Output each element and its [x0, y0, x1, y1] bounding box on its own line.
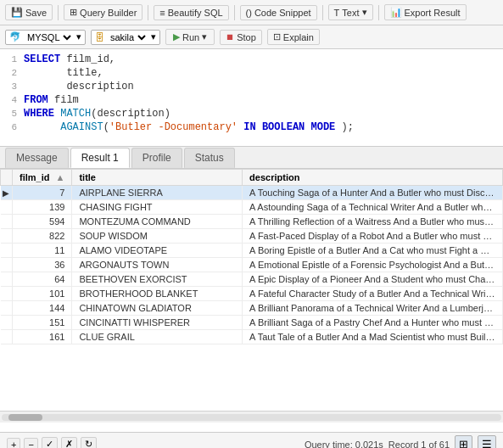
tab-profile[interactable]: Profile: [131, 148, 182, 168]
database-selector[interactable]: 🐬 MYSQL ▾: [5, 30, 86, 45]
description-cell: A Brilliant Panorama of a Technical Writ…: [243, 301, 503, 316]
code-snippet-icon: (): [246, 8, 252, 18]
row-indicator: [1, 200, 13, 215]
title-cell: ALAMO VIDEOTAPE: [72, 244, 243, 258]
text-icon: T: [334, 8, 340, 18]
save-button[interactable]: 💾 Save: [5, 4, 53, 20]
film-id-cell: 7: [13, 186, 72, 200]
sql-line-1: 1 SELECT film_id,: [0, 53, 503, 66]
table-row[interactable]: 822SOUP WISDOMA Fast-Paced Display of a …: [1, 229, 503, 244]
tab-status[interactable]: Status: [184, 148, 235, 168]
description-cell: A Fast-Paced Display of a Robot And a Bu…: [243, 229, 503, 244]
tab-message[interactable]: Message: [5, 148, 69, 168]
explain-button[interactable]: ⊡ Explain: [267, 29, 320, 45]
scroll-thumb[interactable]: [8, 414, 42, 421]
film-id-cell: 101: [13, 287, 72, 301]
table-row[interactable]: 139CHASING FIGHTA Astounding Saga of a T…: [1, 200, 503, 215]
table-row[interactable]: 594MONTEZUMA COMMANDA Thrilling Reflecti…: [1, 215, 503, 229]
table-row[interactable]: 11ALAMO VIDEOTAPEA Boring Epistle of a B…: [1, 244, 503, 258]
row-indicator: [1, 244, 13, 258]
db-toolbar: 🐬 MYSQL ▾ 🗄 sakila ▾ ▶ Run ▾ ⏹ Stop ⊡ Ex…: [0, 25, 503, 49]
beautify-button[interactable]: ≡ Beautify SQL: [154, 5, 228, 20]
table-row[interactable]: 64BEETHOVEN EXORCISTA Epic Display of a …: [1, 272, 503, 287]
divider-5: [378, 5, 379, 20]
table-row[interactable]: 144CHINATOWN GLADIATORA Brilliant Panora…: [1, 301, 503, 316]
export-button[interactable]: 📊 Export Result: [384, 4, 467, 20]
film-id-cell: 144: [13, 301, 72, 316]
database-select-input[interactable]: MYSQL: [24, 31, 74, 43]
confirm-button[interactable]: ✓: [42, 437, 58, 448]
bottom-toolbar: + − ✓ ✗ ↻ Query time: 0.021s Record 1 of…: [0, 432, 503, 448]
table-row[interactable]: 101BROTHERHOOD BLANKETA Fateful Characte…: [1, 287, 503, 301]
table-body: ▶7AIRPLANE SIERRAA Touching Saga of a Hu…: [1, 186, 503, 344]
bottom-right-info: Query time: 0.021s Record 1 of 61 ⊞ ☰: [305, 435, 496, 448]
sql-line-3: 3 description: [0, 80, 503, 93]
description-cell: A Touching Saga of a Hunter And a Butler…: [243, 186, 503, 200]
cancel-edit-button[interactable]: ✗: [61, 437, 77, 448]
title-header[interactable]: title: [72, 170, 243, 186]
form-view-button[interactable]: ☰: [478, 435, 496, 448]
remove-row-button[interactable]: −: [24, 438, 37, 449]
results-area: film_id ▲ title description ▶7AIRPLANE S…: [0, 169, 503, 432]
text-button[interactable]: T Text ▾: [328, 4, 373, 20]
title-cell: BROTHERHOOD BLANKET: [72, 287, 243, 301]
table-row[interactable]: ▶7AIRPLANE SIERRAA Touching Saga of a Hu…: [1, 186, 503, 200]
title-cell: ARGONAUTS TOWN: [72, 258, 243, 272]
tab-result1[interactable]: Result 1: [70, 148, 130, 168]
description-cell: A Boring Epistle of a Butler And a Cat w…: [243, 244, 503, 258]
title-cell: CLUE GRAIL: [72, 330, 243, 344]
description-cell: A Thrilling Reflection of a Waitress And…: [243, 215, 503, 229]
description-cell: A Emotional Epistle of a Forensic Psycho…: [243, 258, 503, 272]
film-id-cell: 11: [13, 244, 72, 258]
query-builder-button[interactable]: ⊞ Query Builder: [64, 4, 143, 20]
main-toolbar: 💾 Save ⊞ Query Builder ≡ Beautify SQL ()…: [0, 0, 503, 25]
code-snippet-button[interactable]: () Code Snippet: [240, 5, 317, 20]
row-indicator: [1, 258, 13, 272]
description-cell: A Fateful Character Study of a Butler An…: [243, 287, 503, 301]
description-header[interactable]: description: [243, 170, 503, 186]
add-row-button[interactable]: +: [7, 438, 20, 449]
sort-arrow-film-id: ▲: [56, 172, 65, 182]
sql-editor[interactable]: 1 SELECT film_id, 2 title, 3 description…: [0, 49, 503, 147]
description-cell: A Astounding Saga of a Technical Writer …: [243, 200, 503, 215]
description-cell: A Epic Display of a Pioneer And a Studen…: [243, 272, 503, 287]
row-indicator: [1, 215, 13, 229]
film-id-cell: 64: [13, 272, 72, 287]
schema-icon: 🗄: [95, 32, 104, 42]
results-table-wrap[interactable]: film_id ▲ title description ▶7AIRPLANE S…: [0, 169, 503, 411]
schema-selector[interactable]: 🗄 sakila ▾: [91, 30, 160, 45]
title-cell: CHASING FIGHT: [72, 200, 243, 215]
run-dropdown-arrow: ▾: [202, 31, 207, 42]
table-row[interactable]: 161CLUE GRAILA Taut Tale of a Butler And…: [1, 330, 503, 344]
divider-2: [148, 5, 148, 20]
grid-view-button[interactable]: ⊞: [455, 435, 472, 448]
film-id-cell: 822: [13, 229, 72, 244]
row-indicator: [1, 330, 13, 344]
stop-icon: ⏹: [226, 32, 234, 42]
schema-select-input[interactable]: sakila: [107, 31, 148, 43]
divider-1: [58, 5, 59, 20]
horizontal-scrollbar[interactable]: [0, 411, 503, 423]
title-cell: CHINATOWN GLADIATOR: [72, 301, 243, 316]
sql-line-5: 5 WHERE MATCH(description): [0, 107, 503, 120]
description-cell: A Brilliant Saga of a Pastry Chef And a …: [243, 316, 503, 330]
film-id-header[interactable]: film_id ▲: [13, 170, 72, 186]
divider-4: [322, 5, 323, 20]
refresh-button[interactable]: ↻: [81, 437, 97, 448]
sql-line-2: 2 title,: [0, 66, 503, 80]
run-button[interactable]: ▶ Run ▾: [165, 29, 215, 45]
run-icon: ▶: [173, 31, 180, 42]
table-row[interactable]: 151CINCINATTI WHISPERERA Brilliant Saga …: [1, 316, 503, 330]
film-id-cell: 151: [13, 316, 72, 330]
indicator-col-header: [1, 170, 13, 186]
title-cell: SOUP WISDOM: [72, 229, 243, 244]
row-indicator: [1, 316, 13, 330]
db-dropdown-arrow: ▾: [76, 31, 81, 42]
title-cell: MONTEZUMA COMMAND: [72, 215, 243, 229]
stop-button[interactable]: ⏹ Stop: [220, 30, 262, 45]
table-row[interactable]: 36ARGONAUTS TOWNA Emotional Epistle of a…: [1, 258, 503, 272]
text-dropdown-arrow: ▾: [362, 7, 367, 18]
row-indicator: [1, 229, 13, 244]
film-id-cell: 161: [13, 330, 72, 344]
row-indicator: [1, 287, 13, 301]
